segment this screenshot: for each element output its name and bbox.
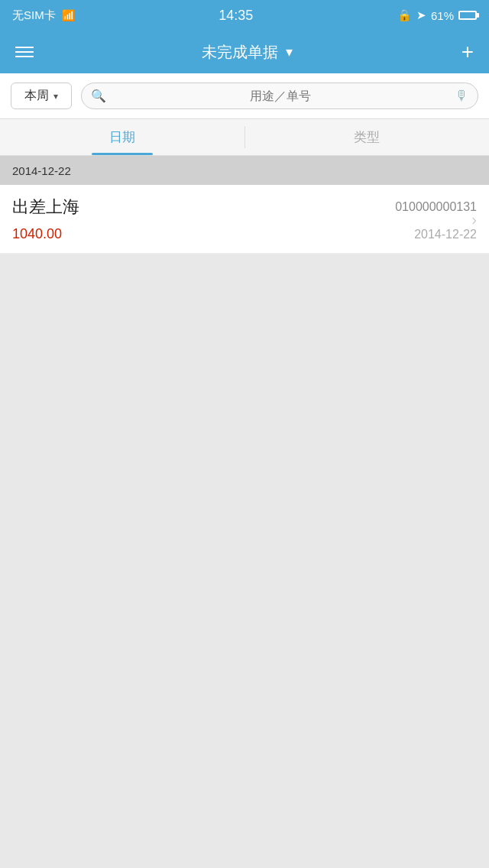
lock-icon: 🔒 (397, 8, 412, 22)
search-icon: 🔍 (91, 89, 106, 103)
list-item-amount: 1040.00 (12, 226, 62, 242)
chevron-right-icon: › (471, 210, 477, 228)
tab-type-label: 类型 (354, 128, 380, 146)
tab-date[interactable]: 日期 (0, 119, 244, 155)
battery-percent: 61% (431, 9, 454, 22)
nav-title-area: 未完成单据 ▾ (202, 42, 293, 63)
battery-icon (458, 11, 477, 20)
tab-date-label: 日期 (109, 128, 135, 146)
list-item-title: 出差上海 (12, 196, 79, 219)
tab-headers: 日期 类型 (0, 119, 489, 156)
location-icon: ➤ (416, 8, 426, 22)
nav-title: 未完成单据 (202, 42, 278, 63)
search-input[interactable] (112, 89, 449, 103)
carrier-text: 无SIM卡 (12, 8, 56, 23)
wifi-icon: 📶 (62, 9, 75, 21)
status-left: 无SIM卡 📶 (12, 8, 75, 23)
list-item-row1: 出差上海 010000000131 (12, 196, 477, 219)
date-group-label: 2014-12-22 (12, 164, 71, 177)
list-container: 2014-12-22 出差上海 010000000131 1040.00 201… (0, 156, 489, 254)
nav-dropdown-icon[interactable]: ▾ (286, 44, 293, 60)
list-item-row2: 1040.00 2014-12-22 (12, 226, 477, 242)
add-button[interactable]: + (461, 41, 474, 63)
week-filter-label: 本周 (24, 88, 49, 104)
nav-bar: 未完成单据 ▾ + (0, 31, 489, 73)
list-item[interactable]: 出差上海 010000000131 1040.00 2014-12-22 › (0, 185, 489, 254)
mic-icon[interactable]: 🎙 (455, 88, 468, 104)
filter-bar: 本周 ▾ 🔍 🎙 (0, 73, 489, 119)
tab-type[interactable]: 类型 (245, 119, 490, 155)
list-item-id: 010000000131 (395, 200, 477, 214)
empty-area (0, 254, 489, 712)
status-bar: 无SIM卡 📶 14:35 🔒 ➤ 61% (0, 0, 489, 31)
status-right: 🔒 ➤ 61% (397, 8, 477, 22)
week-chevron-icon: ▾ (53, 91, 58, 102)
list-item-date: 2014-12-22 (414, 228, 477, 241)
date-group-header: 2014-12-22 (0, 156, 489, 185)
menu-button[interactable] (15, 47, 34, 57)
status-time: 14:35 (219, 8, 253, 24)
week-filter-button[interactable]: 本周 ▾ (11, 83, 72, 109)
search-box: 🔍 🎙 (81, 83, 478, 109)
